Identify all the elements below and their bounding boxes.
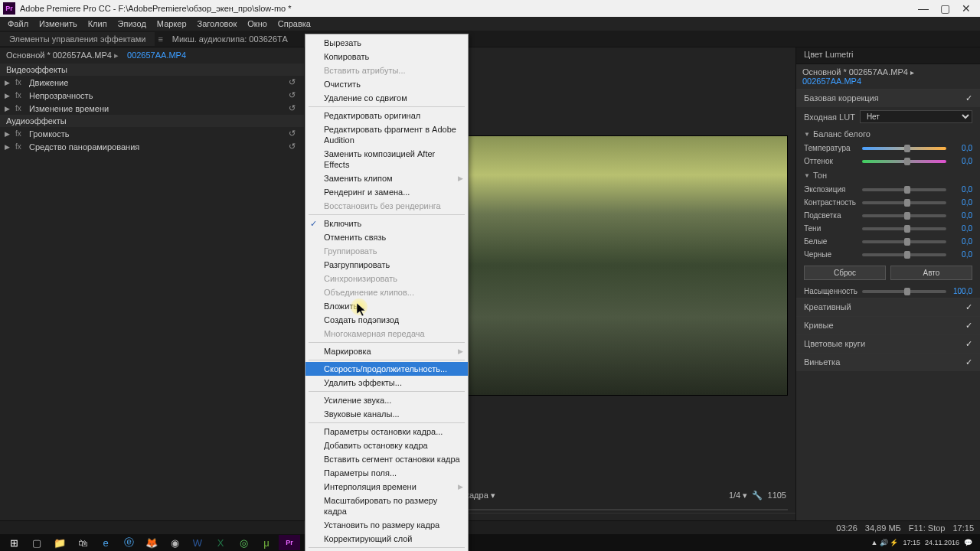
ctx-item[interactable]: Вставить сегмент остановки кадра — [305, 452, 468, 466]
ctx-item[interactable]: Параметры остановки кадра... — [305, 425, 468, 439]
lumetri-panel: Цвет Lumetri Основной * 002657AA.MP4 ▸ 0… — [796, 47, 980, 534]
utorrent-icon[interactable]: μ — [256, 535, 277, 550]
highlights-slider[interactable] — [862, 214, 946, 217]
ctx-item[interactable]: Установить по размеру кадра — [305, 518, 468, 532]
lut-select[interactable]: Нет — [860, 110, 972, 123]
whites-slider[interactable] — [862, 240, 946, 243]
ctx-item[interactable]: Удаление со сдвигом — [305, 91, 468, 105]
firefox-icon[interactable]: 🦊 — [141, 535, 162, 550]
menu-Клип[interactable]: Клип — [83, 18, 112, 30]
menu-Справка[interactable]: Справка — [273, 18, 315, 30]
excel-icon[interactable]: X — [210, 535, 231, 550]
tab-effect-controls[interactable]: Элементы управления эффектами — [0, 32, 155, 46]
minimize-button[interactable]: — — [913, 1, 934, 16]
lumetri-tab[interactable]: Цвет Lumetri — [796, 47, 980, 64]
ctx-item[interactable]: Разгруппировать — [305, 258, 468, 272]
creative-header[interactable]: Креативный✓ — [796, 298, 980, 316]
saturation-slider[interactable] — [862, 290, 946, 293]
exposure-slider[interactable] — [862, 188, 946, 191]
fx-row[interactable]: ▶fxНепрозрачность↺ — [0, 89, 304, 102]
video-frame — [466, 135, 788, 396]
menu-Окно[interactable]: Окно — [243, 18, 272, 30]
white-balance-header[interactable]: ▼Баланс белого — [796, 126, 980, 142]
status-time: 03:26 — [836, 523, 858, 533]
fx-row[interactable]: ▶fxГромкость↺ — [0, 127, 304, 140]
tray-date[interactable]: 24.11.2016 — [925, 539, 959, 546]
ctx-item[interactable]: Редактировать оригинал — [305, 109, 468, 122]
word-icon[interactable]: W — [187, 535, 208, 550]
ctx-item[interactable]: Усиление звука... — [305, 393, 468, 407]
ctx-item[interactable]: Отменить связь — [305, 230, 468, 244]
ctx-item[interactable]: Редактировать фрагмент в Adobe Audition — [305, 122, 468, 147]
vignette-header[interactable]: Виньетка✓ — [796, 354, 980, 371]
auto-button[interactable]: Авто — [890, 266, 972, 280]
notification-icon[interactable]: 💬 — [964, 539, 972, 546]
ctx-item: Объединение клипов... — [305, 285, 468, 299]
app-icon-1[interactable]: ◎ — [233, 535, 254, 550]
ctx-item[interactable]: Создать подэпизод — [305, 313, 468, 327]
menu-Изменить[interactable]: Изменить — [34, 18, 82, 30]
ctx-item[interactable]: Скорость/продолжительность... — [305, 362, 468, 376]
explorer-icon[interactable]: 📁 — [49, 535, 70, 550]
ctx-item[interactable]: Удалить эффекты... — [305, 376, 468, 390]
titlebar: Pr Adobe Premiere Pro CC - F:\AdobePremi… — [0, 0, 980, 17]
ctx-item[interactable]: Вложить... — [305, 299, 468, 313]
tab-audio-mixer[interactable]: Микш. аудиоклипа: 003626ТА — [163, 32, 297, 46]
status-drop: F11: Stop — [909, 523, 946, 533]
fx-row[interactable]: ▶fxИзменение времени↺ — [0, 102, 304, 115]
statusbar: 03:26 34,89 МБ F11: Stop 17:15 — [0, 520, 980, 534]
premiere-taskbar-icon[interactable]: Pr — [279, 535, 300, 550]
scale-dropdown[interactable]: 1/4 ▾ — [729, 491, 747, 500]
basic-correction-header[interactable]: Базовая коррекция✓ — [796, 90, 980, 107]
menu-Маркер[interactable]: Маркер — [152, 18, 191, 30]
curves-header[interactable]: Кривые✓ — [796, 317, 980, 334]
contrast-slider[interactable] — [862, 201, 946, 204]
audio-effects-header: Аудиоэффекты — [0, 115, 304, 127]
ctx-item[interactable]: Очистить — [305, 77, 468, 91]
ctx-item[interactable]: Интерполяция времени▶ — [305, 480, 468, 494]
maximize-button[interactable]: ▢ — [934, 1, 956, 16]
shadows-slider[interactable] — [862, 227, 946, 230]
ctx-item[interactable]: Заменить композицией After Effects — [305, 147, 468, 171]
task-view-icon[interactable]: ▢ — [26, 535, 47, 550]
ctx-item[interactable]: Заменить клипом▶ — [305, 171, 468, 185]
ctx-item[interactable]: Звуковые каналы... — [305, 407, 468, 421]
ctx-item[interactable]: Копировать — [305, 50, 468, 64]
context-menu: ВырезатьКопироватьВставить атрибуты...Оч… — [305, 34, 469, 551]
ctx-item[interactable]: Маркировка▶ — [305, 344, 468, 358]
ctx-item[interactable]: Добавить остановку кадра — [305, 439, 468, 452]
fx-row[interactable]: ▶fxСредство панорамирования↺ — [0, 140, 304, 153]
menu-Файл[interactable]: Файл — [3, 18, 33, 30]
tray-time[interactable]: 17:15 — [903, 539, 920, 546]
temperature-slider[interactable] — [862, 147, 946, 150]
chrome-icon[interactable]: ◉ — [164, 535, 185, 550]
panel-tabs: Элементы управления эффектами ≡ Микш. ау… — [0, 31, 980, 47]
ctx-item: Вставить атрибуты... — [305, 64, 468, 77]
reset-button[interactable]: Сброс — [804, 266, 886, 280]
menu-Эпизод[interactable]: Эпизод — [113, 18, 151, 30]
app-icon: Pr — [3, 2, 15, 15]
ctx-item[interactable]: Рендеринг и замена... — [305, 185, 468, 199]
color-wheels-header[interactable]: Цветовые круги✓ — [796, 335, 980, 353]
program-timecode: 1105 — [768, 491, 786, 500]
blacks-slider[interactable] — [862, 253, 946, 256]
taskbar: ⊞ ▢ 📁 🛍 e ⓔ 🦊 ◉ W X ◎ μ Pr ▦ 🧮 ▤ ▲ 🔊 ⚡ 1… — [0, 534, 980, 551]
ctx-item[interactable]: Вырезать — [305, 36, 468, 50]
ctx-item: Восстановить без рендеринга — [305, 199, 468, 213]
tone-header[interactable]: ▼Тон — [796, 168, 980, 183]
ctx-item[interactable]: Параметры поля... — [305, 466, 468, 480]
ie-icon[interactable]: ⓔ — [118, 535, 139, 550]
edge-icon[interactable]: e — [95, 535, 116, 550]
ctx-item: Группировать — [305, 244, 468, 258]
clip-header: Основной * 002657AA.MP4 ▸ 002657AA.MP4 — [0, 47, 304, 64]
close-button[interactable]: ✕ — [956, 1, 977, 16]
fx-row[interactable]: ▶fxДвижение↺ — [0, 76, 304, 89]
ctx-item[interactable]: Масштабировать по размеру кадра — [305, 494, 468, 518]
start-button[interactable]: ⊞ — [3, 535, 24, 550]
tint-slider[interactable] — [862, 160, 946, 163]
ctx-item[interactable]: ✓Включить — [305, 217, 468, 230]
tray-icons[interactable]: ▲ 🔊 ⚡ — [871, 539, 899, 546]
ctx-item[interactable]: Корректирующий слой — [305, 532, 468, 546]
store-icon[interactable]: 🛍 — [72, 535, 93, 550]
menu-Заголовок[interactable]: Заголовок — [193, 18, 242, 30]
